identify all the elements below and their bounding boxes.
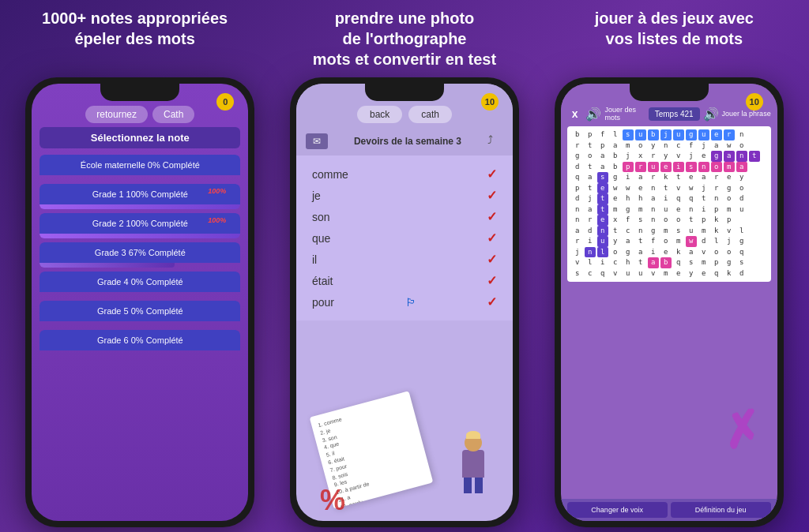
phone3-badge: 10	[746, 93, 763, 111]
grade-maternelle[interactable]: École maternelle 0% Complété	[40, 155, 240, 180]
cell: i	[585, 236, 596, 247]
cell: w	[610, 183, 621, 194]
cell: y	[686, 268, 697, 279]
phone3: 10 x 🔊 Jouer des mots Temps 421 🔊 Jouer …	[555, 77, 784, 527]
grid-row-5: p t e w w e n t v w j r g o	[572, 183, 766, 194]
cell: u	[673, 129, 684, 140]
cell: m	[660, 226, 672, 237]
cell: g	[686, 129, 697, 140]
grade-5[interactable]: Grade 5 0% Complété	[40, 301, 240, 326]
grid-row-11: j n l o g a i e k a v o o q	[572, 247, 766, 258]
cell: a	[736, 162, 747, 173]
cath-button[interactable]: Cath	[152, 106, 194, 123]
sound-icon-right[interactable]: 🔊	[703, 107, 719, 122]
cell: n	[648, 183, 659, 194]
panel1-top-text: 1000+ notes appropriées épeler des mots	[13, 8, 256, 49]
cell: a	[572, 226, 583, 237]
grid-row-2: g o a b j x r y v j e g a n t	[572, 151, 766, 162]
grade-1[interactable]: Grade 1 100% Complété 100%	[40, 184, 240, 209]
cell: n	[686, 204, 697, 215]
cell: a	[585, 172, 596, 183]
cell: u	[623, 268, 634, 279]
cath-button-2[interactable]: cath	[408, 106, 452, 123]
cell: n	[635, 226, 646, 237]
cell: b	[572, 129, 583, 140]
char-legs	[464, 478, 483, 493]
cell: u	[698, 129, 709, 140]
change-voice-button[interactable]: Changer de voix	[567, 502, 668, 518]
cell: u	[686, 226, 697, 237]
cell: j	[660, 129, 672, 140]
cell: a	[724, 151, 735, 162]
cell: g	[711, 151, 722, 162]
grade-maternelle-btn[interactable]: École maternelle 0% Complété	[40, 155, 240, 175]
cell: s	[686, 162, 697, 173]
cell: f	[597, 129, 608, 140]
cell: u	[635, 129, 646, 140]
grid-row-1: r t p a m o y n c f j a w o	[572, 140, 766, 152]
grade-6-btn[interactable]: Grade 6 0% Complété	[40, 330, 240, 350]
grade-5-btn[interactable]: Grade 5 0% Complété	[40, 301, 240, 321]
cell: w	[724, 140, 735, 152]
cell: n	[698, 162, 709, 173]
grade-4[interactable]: Grade 4 0% Complété	[40, 272, 240, 297]
close-icon[interactable]: x	[567, 106, 583, 122]
grade-6[interactable]: Grade 6 0% Complété	[40, 330, 240, 355]
cell: a	[585, 204, 596, 215]
cell: m	[724, 204, 735, 215]
cell: m	[635, 204, 646, 215]
cell: e	[698, 151, 709, 162]
cell: k	[673, 247, 684, 258]
grade-3-progress	[40, 263, 174, 268]
cell: k	[660, 172, 672, 183]
cell: d	[585, 226, 596, 237]
char-leg-left	[464, 478, 472, 493]
cell: y	[610, 236, 621, 247]
retournez-button[interactable]: retournez	[85, 106, 148, 123]
cell: u	[736, 204, 747, 215]
homework-title-bar: ✉ Devoirs de la semaine 3 ⤴	[296, 127, 513, 155]
cell: o	[724, 247, 735, 258]
cell: e	[597, 215, 608, 226]
cell: j	[686, 151, 697, 162]
cell: c	[623, 226, 634, 237]
cell: v	[673, 183, 684, 194]
cell: u	[635, 268, 646, 279]
cell: x	[635, 151, 646, 162]
top-section: 1000+ notes appropriées épeler des mots …	[0, 0, 809, 73]
phone2-badge: 10	[481, 93, 499, 111]
grade-2[interactable]: Grade 2 100% Complété 100%	[40, 213, 240, 238]
cell: g	[623, 247, 634, 258]
cell: d	[572, 193, 583, 204]
cell: a	[635, 247, 646, 258]
cell: l	[736, 226, 747, 237]
grade-4-btn[interactable]: Grade 4 0% Complété	[40, 272, 240, 292]
grade-3-btn[interactable]: Grade 3 67% Complété	[40, 242, 240, 263]
char-hair	[466, 431, 480, 439]
cell: a	[597, 162, 608, 173]
panel3-top-text: jouer à des jeux avec vos listes de mots	[553, 8, 796, 49]
cell: o	[736, 183, 747, 194]
cell: q	[597, 268, 608, 279]
cell: e	[686, 172, 697, 183]
cell: s	[623, 129, 634, 140]
cell: g	[736, 236, 747, 247]
cell: k	[724, 268, 735, 279]
cell: b	[610, 162, 621, 173]
back-button[interactable]: back	[357, 106, 402, 123]
grid-row-4: q a s g i a r k t e a r e y	[572, 172, 766, 183]
grade-3[interactable]: Grade 3 67% Complété	[40, 242, 240, 268]
game-definition-button[interactable]: Définition du jeu	[671, 502, 771, 518]
phone3-notch	[630, 84, 709, 101]
phone1: 0 retournez Cath Sélectionnez la note Éc…	[25, 77, 254, 527]
cell: c	[673, 140, 684, 152]
share-icon[interactable]: ⤴	[487, 133, 503, 149]
cell: n	[660, 140, 672, 152]
cell: r	[585, 215, 596, 226]
jouer-mots-label: Jouer des mots	[604, 106, 645, 122]
cell: r	[711, 172, 722, 183]
sound-icon-left[interactable]: 🔊	[585, 107, 601, 122]
cell: r	[572, 140, 583, 152]
check-comme: ✓	[487, 167, 497, 182]
cell: e	[673, 268, 684, 279]
